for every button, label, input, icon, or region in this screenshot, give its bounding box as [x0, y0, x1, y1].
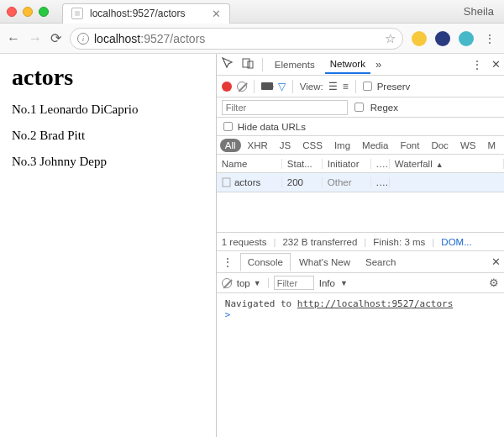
- page-title: actors: [12, 64, 204, 91]
- zoom-window-icon[interactable]: [39, 7, 49, 17]
- profile-name[interactable]: Sheila: [464, 5, 497, 18]
- console-url-link[interactable]: http://localhost:9527/actors: [297, 298, 453, 309]
- list-item: No.3 Johnny Depp: [12, 155, 204, 169]
- bookmark-icon[interactable]: ☆: [385, 31, 396, 46]
- regex-checkbox[interactable]: [354, 103, 364, 112]
- favicon-icon: [71, 8, 83, 19]
- context-selector[interactable]: top ▼: [237, 278, 269, 288]
- network-toolbar: ▽ View: ☰ ≡ Preserv: [217, 76, 504, 97]
- svg-rect-2: [223, 178, 230, 187]
- preserve-log-label: Preserv: [377, 82, 411, 92]
- console-output: Navigated to http://localhost:9527/actor…: [217, 293, 504, 325]
- filter-xhr[interactable]: XHR: [243, 139, 273, 152]
- close-tab-icon[interactable]: ✕: [212, 8, 221, 20]
- window-titlebar: localhost:9527/actors ✕ Sheila: [0, 0, 504, 24]
- console-toolbar: top ▼ Info ▼ ⚙: [217, 273, 504, 293]
- more-tabs-icon[interactable]: »: [375, 58, 381, 71]
- inspect-element-icon[interactable]: [220, 55, 235, 73]
- address-bar[interactable]: i localhost:9527/actors ☆: [70, 28, 403, 50]
- filter-truncated[interactable]: M: [482, 139, 501, 152]
- col-more[interactable]: ...: [371, 159, 390, 169]
- filter-toggle-icon[interactable]: ▽: [278, 81, 286, 92]
- content-split: actors No.1 Leonardo DiCaprio No.2 Brad …: [0, 54, 504, 437]
- filter-ws[interactable]: WS: [455, 139, 481, 152]
- back-button[interactable]: ←: [7, 31, 20, 46]
- chevron-down-icon: ▼: [254, 279, 261, 287]
- chevron-down-icon: ▼: [340, 279, 348, 287]
- minimize-window-icon[interactable]: [23, 7, 33, 17]
- network-filter-input[interactable]: [222, 100, 348, 115]
- close-drawer-icon[interactable]: ✕: [491, 255, 501, 268]
- browser-menu-icon[interactable]: ⋮: [482, 32, 497, 45]
- preserve-log-checkbox[interactable]: [363, 82, 372, 91]
- filter-js[interactable]: JS: [275, 139, 296, 152]
- device-toolbar-icon[interactable]: [240, 55, 255, 73]
- network-filter-row: Regex: [217, 97, 504, 118]
- console-settings-icon[interactable]: ⚙: [489, 276, 499, 289]
- page-content: actors No.1 Leonardo DiCaprio No.2 Brad …: [0, 54, 216, 437]
- filter-media[interactable]: Media: [357, 139, 393, 152]
- drawer-tabs: ⋮ Console What's New Search ✕: [217, 251, 504, 273]
- extension-icon[interactable]: [459, 31, 474, 46]
- tab-title: localhost:9527/actors: [90, 8, 185, 19]
- clear-icon[interactable]: [237, 82, 247, 92]
- tab-search[interactable]: Search: [359, 254, 402, 271]
- devtools-tabs: Elements Network » ⋮ ✕: [217, 54, 504, 76]
- col-waterfall[interactable]: Waterfall▲: [390, 159, 504, 169]
- reload-button[interactable]: ⟳: [50, 30, 61, 46]
- tab-elements[interactable]: Elements: [270, 56, 320, 73]
- tab-console[interactable]: Console: [240, 253, 291, 271]
- extension-icon[interactable]: [412, 31, 427, 46]
- filter-font[interactable]: Font: [395, 139, 424, 152]
- hide-data-urls-row: Hide data URLs: [217, 118, 504, 136]
- console-filter-input[interactable]: [274, 276, 314, 290]
- hide-data-urls-checkbox[interactable]: [223, 122, 233, 131]
- summary-transferred: 232 B transferred: [282, 237, 357, 247]
- col-status[interactable]: Stat...: [282, 159, 323, 169]
- sort-indicator-icon: ▲: [436, 161, 444, 169]
- network-table-header: Name Stat... Initiator ... Waterfall▲: [217, 155, 504, 173]
- browser-tab[interactable]: localhost:9527/actors ✕: [62, 3, 230, 24]
- tab-network[interactable]: Network: [325, 55, 370, 74]
- record-icon[interactable]: [222, 82, 232, 92]
- row-initiator: Other: [323, 177, 371, 187]
- filter-css[interactable]: CSS: [297, 139, 328, 152]
- console-prompt[interactable]: >: [225, 309, 496, 320]
- summary-requests: 1 requests: [222, 237, 267, 247]
- view-label: View:: [300, 82, 323, 92]
- clear-console-icon[interactable]: [222, 278, 232, 288]
- row-status: 200: [282, 177, 323, 187]
- log-level-selector[interactable]: Info: [319, 278, 335, 288]
- site-info-icon[interactable]: i: [77, 33, 89, 45]
- network-summary: 1 requests | 232 B transferred | Finish:…: [217, 233, 504, 251]
- summary-finish: Finish: 3 ms: [373, 237, 425, 247]
- hide-data-urls-label: Hide data URLs: [238, 122, 306, 132]
- filter-img[interactable]: Img: [329, 139, 355, 152]
- svg-rect-0: [243, 59, 249, 67]
- close-devtools-icon[interactable]: ✕: [491, 58, 501, 71]
- network-type-filters: All XHR JS CSS Img Media Font Doc WS M: [217, 136, 504, 155]
- row-name: actors: [217, 177, 282, 187]
- screenshot-icon[interactable]: [261, 82, 273, 90]
- devtools-menu-icon[interactable]: ⋮: [470, 58, 485, 71]
- col-initiator[interactable]: Initiator: [323, 159, 371, 169]
- document-icon: [222, 177, 232, 187]
- filter-all[interactable]: All: [220, 139, 241, 152]
- regex-label: Regex: [370, 103, 398, 113]
- url-rest: :9527/actors: [140, 32, 205, 45]
- filter-doc[interactable]: Doc: [426, 139, 453, 152]
- console-log-line: Navigated to http://localhost:9527/actor…: [225, 298, 496, 309]
- network-row[interactable]: actors 200 Other ...: [217, 173, 504, 192]
- devtools-panel: Elements Network » ⋮ ✕ ▽ View: ☰ ≡ Prese…: [216, 54, 504, 437]
- tab-whats-new[interactable]: What's New: [292, 254, 357, 271]
- col-name[interactable]: Name: [217, 159, 282, 169]
- small-rows-icon[interactable]: ≡: [343, 81, 349, 92]
- large-rows-icon[interactable]: ☰: [328, 81, 338, 92]
- row-more: ...: [371, 177, 390, 187]
- drawer-menu-icon[interactable]: ⋮: [220, 255, 235, 269]
- extension-icon[interactable]: [435, 31, 450, 46]
- list-item: No.2 Brad Pitt: [12, 129, 204, 143]
- list-item: No.1 Leonardo DiCaprio: [12, 103, 204, 117]
- network-table: Name Stat... Initiator ... Waterfall▲ ac…: [217, 155, 504, 192]
- close-window-icon[interactable]: [7, 7, 17, 17]
